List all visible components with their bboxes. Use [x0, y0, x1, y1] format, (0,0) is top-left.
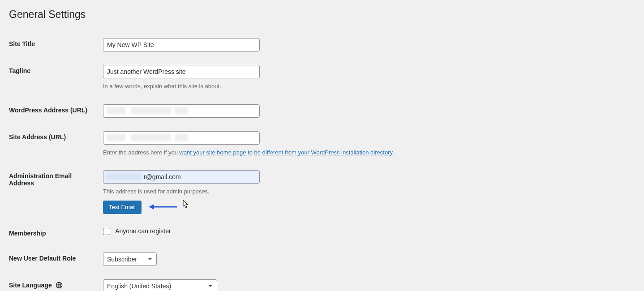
redacted-text [131, 134, 171, 141]
membership-checkbox[interactable] [103, 228, 110, 235]
redacted-text [175, 107, 188, 114]
arrow-left-icon [149, 203, 178, 212]
redacted-text [131, 107, 171, 114]
default-role-label: New User Default Role [9, 246, 99, 273]
tagline-description: In a few words, explain what this site i… [103, 82, 631, 91]
site-language-label: Site Language [9, 282, 52, 289]
admin-email-label: Administration Email Address [9, 163, 99, 221]
site-address-desc-prefix: Enter the address here if you [103, 149, 180, 156]
site-language-select[interactable]: English (United States) [103, 279, 217, 291]
cursor-icon [183, 200, 189, 210]
translate-icon [56, 282, 63, 290]
site-title-input[interactable] [103, 38, 260, 51]
svg-marker-1 [149, 204, 154, 210]
site-address-description: Enter the address here if you want your … [103, 148, 631, 157]
membership-checkbox-label-wrap[interactable]: Anyone can register [103, 227, 171, 235]
default-role-select[interactable]: Subscriber [103, 252, 157, 266]
membership-label: Membership [9, 221, 99, 246]
tagline-label: Tagline [9, 58, 99, 98]
wp-address-label: WordPress Address (URL) [9, 98, 99, 124]
tagline-input[interactable] [103, 65, 260, 78]
page-title: General Settings [9, 4, 635, 22]
site-title-label: Site Title [9, 31, 99, 58]
test-email-button[interactable]: Test Email [103, 201, 142, 214]
redacted-text [107, 134, 125, 141]
site-address-label: Site Address (URL) [9, 124, 99, 164]
redacted-text [106, 173, 142, 180]
membership-checkbox-label: Anyone can register [115, 227, 171, 235]
redacted-text [107, 107, 125, 114]
site-address-desc-link[interactable]: want your site home page to be different… [180, 149, 392, 156]
settings-wrap: General Settings Site Title Tagline In a… [0, 0, 644, 291]
settings-table: Site Title Tagline In a few words, expla… [9, 31, 635, 291]
redacted-text [175, 134, 188, 141]
site-address-desc-suffix: . [392, 149, 394, 156]
admin-email-description: This address is used for admin purposes. [103, 187, 631, 196]
site-language-label-cell: Site Language [9, 273, 99, 291]
